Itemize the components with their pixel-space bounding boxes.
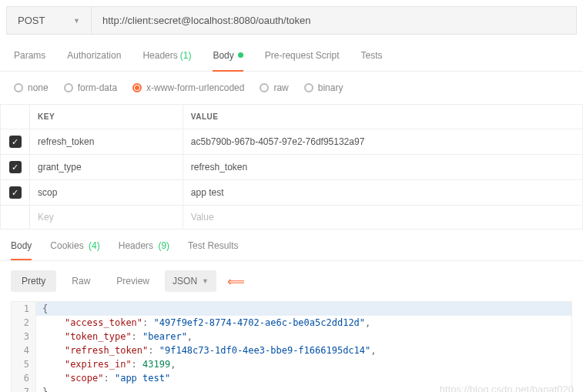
tab-headers[interactable]: Headers (1) — [142, 41, 191, 72]
request-bar: POST ▼ http://client:secret@localhost:80… — [6, 6, 577, 35]
resp-tab-cookies[interactable]: Cookies (4) — [50, 240, 99, 260]
url-input[interactable]: http://client:secret@localhost:8080/oaut… — [92, 7, 576, 34]
preview-button[interactable]: Preview — [106, 270, 160, 292]
checkbox-icon[interactable]: ✓ — [9, 136, 22, 148]
resp-tab-headers[interactable]: Headers (9) — [119, 240, 169, 260]
method-select[interactable]: POST ▼ — [7, 7, 92, 34]
key-placeholder[interactable]: Key — [30, 206, 183, 230]
radio-raw[interactable]: raw — [260, 82, 288, 93]
key-cell[interactable]: grant_type — [30, 155, 183, 180]
response-toolbar: Pretty Raw Preview JSON ▼ ⟸ — [0, 261, 583, 301]
table-row[interactable]: ✓ grant_type refresh_token — [1, 155, 583, 180]
chevron-down-icon: ▼ — [202, 277, 209, 285]
radio-icon — [14, 83, 23, 92]
cookies-count: (4) — [89, 240, 100, 251]
radio-xwww[interactable]: x-www-form-urlencoded — [132, 82, 244, 93]
watermark: https://blog.csdn.net/banat020 — [440, 384, 574, 392]
request-tabs: Params Authorization Headers (1) Body Pr… — [0, 41, 583, 72]
value-cell[interactable]: app test — [183, 180, 582, 206]
chevron-down-icon: ▼ — [73, 17, 80, 25]
key-header: KEY — [30, 105, 183, 129]
radio-none[interactable]: none — [14, 82, 49, 93]
tab-headers-label: Headers — [142, 50, 177, 61]
radio-icon — [64, 83, 73, 92]
checkbox-header — [1, 105, 30, 129]
form-table: KEY VALUE ✓ refresh_token ac5b790b-967b-… — [0, 104, 583, 230]
radio-icon — [132, 83, 142, 92]
checkbox-icon[interactable]: ✓ — [9, 161, 22, 173]
value-cell[interactable]: ac5b790b-967b-4057-97e2-76df95132a97 — [183, 129, 582, 155]
tab-tests[interactable]: Tests — [360, 41, 382, 72]
value-cell[interactable]: refresh_token — [183, 155, 582, 180]
table-row-empty[interactable]: Key Value — [1, 206, 583, 230]
value-placeholder[interactable]: Value — [183, 206, 582, 230]
radio-icon — [304, 83, 313, 92]
value-header: VALUE — [183, 105, 582, 129]
key-cell[interactable]: scop — [30, 180, 183, 206]
pretty-button[interactable]: Pretty — [11, 270, 56, 292]
tab-body-label: Body — [213, 50, 233, 61]
response-tabs: Body Cookies (4) Headers (9) Test Result… — [0, 230, 583, 261]
response-body[interactable]: 1{ 2 "access_token": "497f9ef2-8774-4702… — [11, 301, 572, 392]
resp-headers-count: (9) — [158, 240, 169, 251]
headers-count: (1) — [180, 50, 192, 61]
checkbox-icon[interactable]: ✓ — [9, 186, 22, 199]
radio-icon — [260, 83, 269, 92]
table-row[interactable]: ✓ refresh_token ac5b790b-967b-4057-97e2-… — [1, 129, 583, 155]
resp-tab-body[interactable]: Body — [11, 240, 32, 260]
tab-authorization[interactable]: Authorization — [67, 41, 121, 72]
radio-form-data[interactable]: form-data — [64, 82, 117, 93]
key-cell[interactable]: refresh_token — [30, 129, 183, 155]
wrap-lines-icon[interactable]: ⟸ — [221, 274, 251, 289]
raw-button[interactable]: Raw — [61, 270, 101, 292]
format-select[interactable]: JSON ▼ — [165, 270, 216, 292]
body-type-radios: none form-data x-www-form-urlencoded raw… — [0, 72, 583, 104]
tab-params[interactable]: Params — [14, 41, 45, 72]
table-row[interactable]: ✓ scop app test — [1, 180, 583, 206]
tab-prerequest[interactable]: Pre-request Script — [265, 41, 340, 72]
tab-body[interactable]: Body — [213, 41, 243, 72]
resp-tab-tests[interactable]: Test Results — [188, 240, 238, 260]
radio-binary[interactable]: binary — [304, 82, 343, 93]
body-indicator-icon — [238, 52, 243, 58]
method-label: POST — [18, 15, 45, 26]
